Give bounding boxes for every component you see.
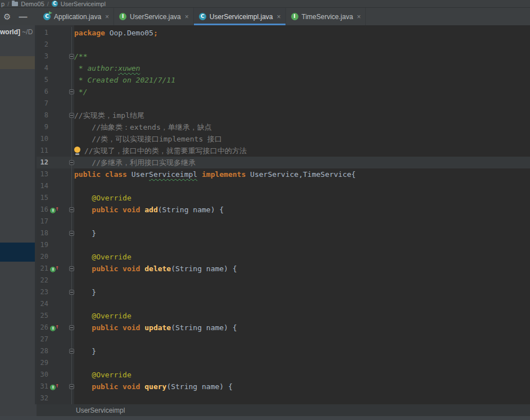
tool-window-buttons: ⚙ — xyxy=(0,8,38,25)
fold-marker-icon[interactable] xyxy=(61,263,74,275)
code-line-19[interactable]: 19 xyxy=(37,239,530,251)
code-text xyxy=(74,180,530,192)
fold-gutter xyxy=(61,145,74,157)
implements-method-marker-icon[interactable]: I↑ xyxy=(48,204,61,216)
implements-method-marker-icon[interactable]: I↑ xyxy=(48,322,61,334)
gutter-icon-space xyxy=(48,109,61,121)
line-number: 22 xyxy=(37,275,48,286)
project-tree-row-selected[interactable] xyxy=(0,243,35,262)
gutter-icon-space xyxy=(48,180,61,192)
code-line-24[interactable]: 24 xyxy=(37,298,530,310)
code-text: //抽象类：extends，单继承，缺点 xyxy=(74,121,530,133)
tab-TimeService.java[interactable]: ITimeService.java× xyxy=(286,8,366,25)
code-line-23[interactable]: 23 } xyxy=(37,286,530,298)
code-line-7[interactable]: 7 xyxy=(37,98,530,109)
implements-method-marker-icon[interactable]: I↑ xyxy=(48,263,61,275)
intention-bulb-icon[interactable] xyxy=(74,147,80,155)
fold-marker-icon[interactable] xyxy=(61,109,74,121)
line-number: 25 xyxy=(37,310,48,322)
code-line-1[interactable]: 1package Oop.Demo05; xyxy=(37,27,530,39)
fold-marker-icon[interactable] xyxy=(61,345,74,357)
gear-icon[interactable]: ⚙ xyxy=(3,12,11,21)
code-line-15[interactable]: 15 @Override xyxy=(37,192,530,204)
fold-marker-icon[interactable] xyxy=(61,204,74,216)
breadcrumb-package[interactable]: Demo05 xyxy=(21,1,44,7)
breadcrumb-class-bottom[interactable]: UserServiceimpl xyxy=(76,407,125,414)
code-line-10[interactable]: 10 //类，可以实现接口implements 接口 xyxy=(37,133,530,145)
breadcrumb-separator: / xyxy=(7,1,9,7)
code-line-26[interactable]: 26I↑ public void update(String name) { xyxy=(37,322,530,334)
fold-gutter xyxy=(61,27,74,39)
fold-marker-icon[interactable] xyxy=(61,157,74,168)
line-number: 19 xyxy=(37,239,48,251)
fold-gutter xyxy=(61,275,74,286)
code-line-32[interactable]: 32 xyxy=(37,392,530,404)
code-text: //类，可以实现接口implements 接口 xyxy=(74,133,530,145)
close-icon[interactable]: × xyxy=(357,13,361,21)
code-line-28[interactable]: 28 } xyxy=(37,345,530,357)
code-line-30[interactable]: 30 @Override xyxy=(37,369,530,381)
fold-marker-icon[interactable] xyxy=(61,51,74,62)
line-number: 31 xyxy=(37,381,48,392)
fold-marker-icon[interactable] xyxy=(61,286,74,298)
code-lines: 1package Oop.Demo05;23/**4 * author:xuwe… xyxy=(37,27,530,404)
project-tool-window[interactable]: world] ~/D xyxy=(0,25,37,416)
breadcrumb-truncated[interactable]: p xyxy=(1,1,4,7)
tab-Application.java[interactable]: CApplication.java× xyxy=(38,8,114,25)
code-text: //实现了，接口中的类，就需要重写接口中的方法 xyxy=(74,145,530,157)
line-number: 17 xyxy=(37,216,48,227)
fold-marker-icon[interactable] xyxy=(61,381,74,392)
code-line-22[interactable]: 22 xyxy=(37,275,530,286)
fold-marker-icon[interactable] xyxy=(61,227,74,239)
code-line-31[interactable]: 31I↑ public void query(String name) { xyxy=(37,381,530,392)
tab-UserService.java[interactable]: IUserService.java× xyxy=(114,8,194,25)
editor-tab-bar: ⚙ — CApplication.java×IUserService.java×… xyxy=(0,8,530,25)
hide-panel-icon[interactable]: — xyxy=(19,12,27,21)
code-text: public void update(String name) { xyxy=(74,322,530,334)
project-tree-row-unfocused-selection[interactable] xyxy=(0,56,35,69)
code-line-3[interactable]: 3/** xyxy=(37,51,530,62)
code-line-21[interactable]: 21I↑ public void delete(String name) { xyxy=(37,263,530,275)
implements-method-marker-icon[interactable]: I↑ xyxy=(48,381,61,392)
code-line-25[interactable]: 25 @Override xyxy=(37,310,530,322)
code-line-29[interactable]: 29 xyxy=(37,357,530,369)
interface-icon: I xyxy=(291,13,298,20)
code-line-4[interactable]: 4 * author:xuwen xyxy=(37,62,530,74)
tab-UserServiceimpl.java[interactable]: CUserServiceimpl.java× xyxy=(194,8,286,25)
code-line-12[interactable]: 12 //多继承，利用接口实现多继承 xyxy=(37,157,530,168)
code-line-9[interactable]: 9 //抽象类：extends，单继承，缺点 xyxy=(37,121,530,133)
fold-gutter xyxy=(61,121,74,133)
fold-marker-icon[interactable] xyxy=(61,322,74,334)
line-number: 12 xyxy=(37,157,48,168)
code-line-2[interactable]: 2 xyxy=(37,39,530,51)
close-icon[interactable]: × xyxy=(105,13,109,21)
code-text xyxy=(74,98,530,109)
code-text: @Override xyxy=(74,192,530,204)
class-icon: C xyxy=(199,13,206,20)
code-line-5[interactable]: 5 * Created on 2021/7/11 xyxy=(37,74,530,86)
fold-gutter xyxy=(61,239,74,251)
line-number: 32 xyxy=(37,392,48,404)
code-line-20[interactable]: 20 @Override xyxy=(37,251,530,263)
fold-gutter xyxy=(61,62,74,74)
code-text xyxy=(74,298,530,310)
close-icon[interactable]: × xyxy=(185,13,189,21)
fold-marker-icon[interactable] xyxy=(61,86,74,98)
code-line-13[interactable]: 13public class UserServiceimpl implement… xyxy=(37,168,530,180)
project-root-node[interactable]: world] ~/D xyxy=(0,28,37,36)
line-number: 11 xyxy=(37,145,48,157)
code-editor[interactable]: 1package Oop.Demo05;23/**4 * author:xuwe… xyxy=(37,25,530,404)
code-line-18[interactable]: 18 } xyxy=(37,227,530,239)
code-line-8[interactable]: 8//实现类，impl结尾 xyxy=(37,109,530,121)
code-line-14[interactable]: 14 xyxy=(37,180,530,192)
code-line-27[interactable]: 27 xyxy=(37,334,530,345)
code-line-6[interactable]: 6 */ xyxy=(37,86,530,98)
gutter-icon-space xyxy=(48,27,61,39)
gutter-icon-space xyxy=(48,62,61,74)
close-icon[interactable]: × xyxy=(277,13,281,21)
line-number: 26 xyxy=(37,322,48,334)
code-line-17[interactable]: 17 xyxy=(37,216,530,227)
code-line-11[interactable]: 11//实现了，接口中的类，就需要重写接口中的方法 xyxy=(37,145,530,157)
code-line-16[interactable]: 16I↑ public void add(String name) { xyxy=(37,204,530,216)
breadcrumb-class[interactable]: UserServiceimpl xyxy=(61,1,106,7)
